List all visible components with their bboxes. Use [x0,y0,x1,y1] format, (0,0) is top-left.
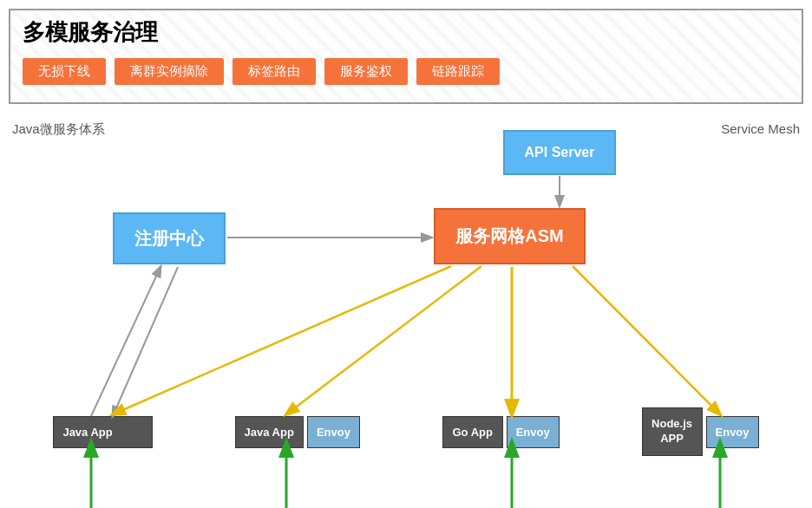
envoy-1: Envoy [307,416,360,448]
asm-box: 服务网格ASM [434,208,586,264]
go-app-group: Go App Envoy [442,407,560,456]
label-java-system: Java微服务体系 [12,121,105,138]
tag-wusun: 无损下线 [23,58,106,85]
tag-jianquan: 服务鉴权 [324,58,408,85]
nodejs-app-group: Node.js APP Envoy [642,407,759,456]
reg-center-box: 注册中心 [113,212,226,264]
svg-line-4 [113,266,451,414]
java-app-2: Java App [235,416,304,448]
java-app-group-2: Java App Envoy [235,407,360,456]
envoy-2: Envoy [507,416,560,448]
top-banner: 多模服务治理 无损下线 离群实例摘除 标签路由 服务鉴权 链路跟踪 [9,9,803,104]
app-row: Java App Java App Envoy Go App Envoy Nod… [0,407,812,456]
svg-line-5 [286,266,481,414]
tag-biaoqian: 标签路由 [232,58,316,85]
svg-line-3 [113,267,178,416]
go-app: Go App [442,416,503,448]
api-server-box: API Server [503,130,616,175]
nodejs-app: Node.js APP [642,407,703,456]
svg-line-2 [91,267,160,416]
svg-line-7 [573,266,720,414]
banner-tags: 无损下线 离群实例摘除 标签路由 服务鉴权 链路跟踪 [23,58,789,85]
java-app-group-1: Java App [53,407,152,456]
banner-title: 多模服务治理 [23,17,789,48]
tag-liqun: 离群实例摘除 [115,58,224,85]
envoy-3: Envoy [706,416,759,448]
label-service-mesh: Service Mesh [721,121,800,136]
tag-lianlutracin: 链路跟踪 [416,58,500,85]
java-app-1: Java App [53,416,152,448]
